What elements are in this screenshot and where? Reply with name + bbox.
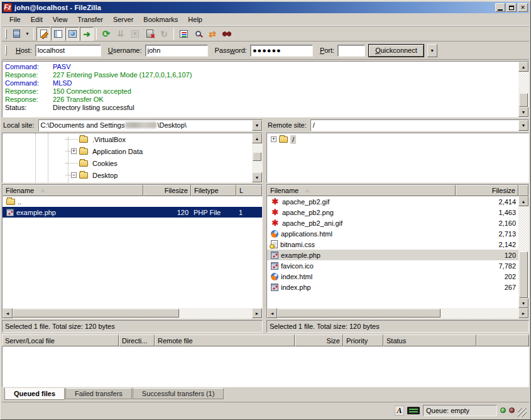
tab-queued-files[interactable]: Queued files bbox=[4, 388, 65, 400]
remote-row[interactable]: ✱apache_pb2.png 1,463 bbox=[267, 207, 518, 218]
column-status[interactable]: Status bbox=[383, 334, 476, 346]
password-input[interactable] bbox=[250, 45, 313, 57]
column-remote-file[interactable]: Remote file bbox=[155, 334, 295, 346]
remote-row[interactable]: ✱apache_pb2_ani.gif 2,160 bbox=[267, 218, 518, 228]
host-input[interactable] bbox=[35, 45, 101, 57]
directory-filters-button[interactable] bbox=[177, 27, 190, 41]
php-file-icon bbox=[6, 209, 14, 216]
scroll-right-icon[interactable]: ► bbox=[518, 308, 528, 318]
scroll-down-icon[interactable]: ▼ bbox=[252, 172, 262, 182]
column-filename[interactable]: Filename bbox=[3, 185, 143, 196]
tab-successful-transfers[interactable]: Successful transfers (1) bbox=[133, 388, 224, 399]
tab-failed-transfers[interactable]: Failed transfers bbox=[65, 388, 132, 399]
maximize-button[interactable] bbox=[506, 3, 517, 12]
menu-edit[interactable]: Edit bbox=[26, 14, 48, 25]
remote-row[interactable]: index.php 267 bbox=[267, 282, 518, 292]
remote-row[interactable]: ✱apache_pb2.gif 2,414 bbox=[267, 196, 518, 207]
tree-item-virtualbox[interactable]: .VirtualBox bbox=[3, 133, 252, 145]
scroll-left-icon[interactable]: ◄ bbox=[3, 308, 13, 318]
toggle-queue-button[interactable]: ➜ bbox=[80, 27, 94, 41]
filezilla-app-icon[interactable]: Fz bbox=[3, 3, 12, 12]
html-file-icon bbox=[271, 273, 278, 280]
scrollbar-thumb[interactable] bbox=[519, 93, 528, 107]
column-filename[interactable]: Filename bbox=[267, 185, 456, 196]
scroll-left-icon[interactable]: ◄ bbox=[267, 308, 277, 318]
queue-body[interactable] bbox=[2, 346, 529, 387]
menu-server[interactable]: Server bbox=[108, 14, 138, 25]
refresh-icon: ⟳ bbox=[102, 29, 111, 38]
local-site-dropdown[interactable]: ▼ bbox=[252, 120, 262, 131]
column-filesize[interactable]: Filesize bbox=[456, 185, 518, 196]
column-filetype[interactable]: Filetype bbox=[191, 185, 236, 196]
tree-item-desktop[interactable]: −Desktop bbox=[3, 169, 252, 181]
quickconnect-grip[interactable] bbox=[5, 45, 7, 55]
tree-item-root[interactable]: + / bbox=[267, 133, 528, 145]
disconnect-button[interactable] bbox=[143, 27, 156, 41]
toggle-local-tree-button[interactable] bbox=[51, 27, 65, 41]
column-filesize[interactable]: Filesize bbox=[143, 185, 191, 196]
remote-site-dropdown[interactable]: ▼ bbox=[518, 120, 528, 131]
local-list-hscrollbar[interactable]: ◄ ► bbox=[3, 308, 262, 318]
column-priority[interactable]: Priority bbox=[343, 334, 383, 346]
remote-row[interactable]: index.html 202 bbox=[267, 271, 518, 282]
scroll-up-icon[interactable]: ▲ bbox=[518, 196, 528, 206]
column-direction[interactable]: Directi... bbox=[119, 334, 155, 346]
synchronized-browsing-button[interactable]: ⇄ bbox=[205, 27, 219, 41]
tree-item-cookies[interactable]: Cookies bbox=[3, 157, 252, 169]
remote-list-scrollbar[interactable]: ▲ ▼ bbox=[518, 196, 528, 308]
toggle-message-log-button[interactable] bbox=[36, 27, 50, 41]
speed-limits-icon[interactable] bbox=[407, 407, 420, 414]
menu-view[interactable]: View bbox=[48, 14, 73, 25]
local-tree-scrollbar[interactable]: ▲ ▼ bbox=[252, 133, 262, 182]
menu-file[interactable]: File bbox=[4, 14, 26, 25]
column-server-local-file[interactable]: Server/Local file bbox=[2, 334, 119, 346]
password-label: Password: bbox=[215, 47, 247, 54]
scrollbar-thumb[interactable] bbox=[13, 309, 179, 318]
username-input[interactable] bbox=[145, 45, 208, 57]
data-type-icon[interactable]: A bbox=[395, 406, 404, 416]
site-manager-button[interactable] bbox=[9, 27, 23, 41]
local-row-parent-dir[interactable]: .. bbox=[3, 196, 262, 207]
remote-row[interactable]: favicon.ico 7,782 bbox=[267, 260, 518, 271]
remote-site-combo[interactable]: / ▼ bbox=[310, 119, 529, 131]
compare-directories-button[interactable] bbox=[191, 27, 205, 41]
log-scrollbar[interactable]: ▲ ▼ bbox=[518, 62, 528, 117]
quickconnect-dropdown[interactable]: ▼ bbox=[427, 44, 437, 57]
php-file-icon bbox=[271, 284, 278, 291]
scroll-up-icon[interactable]: ▲ bbox=[252, 133, 262, 143]
refresh-button[interactable]: ⟳ bbox=[99, 27, 113, 41]
close-button[interactable]: ✕ bbox=[518, 3, 528, 12]
scroll-down-icon[interactable]: ▼ bbox=[518, 298, 528, 308]
remote-row[interactable]: bitnami.css 2,142 bbox=[267, 239, 518, 250]
column-size[interactable]: Size bbox=[295, 334, 343, 346]
expand-icon[interactable]: + bbox=[271, 136, 276, 142]
expand-icon[interactable]: + bbox=[71, 148, 77, 154]
scroll-up-icon[interactable]: ▲ bbox=[518, 62, 528, 72]
title-bar[interactable]: Fz john@localhost - FileZilla ✕ bbox=[2, 2, 529, 13]
remote-list-hscrollbar[interactable]: ◄ ► bbox=[267, 308, 528, 318]
menu-help[interactable]: Help bbox=[183, 14, 207, 25]
remote-row[interactable]: applications.html 2,713 bbox=[267, 228, 518, 239]
collapse-icon[interactable]: − bbox=[71, 172, 77, 178]
resize-grip[interactable] bbox=[518, 408, 527, 417]
site-manager-dropdown[interactable]: ▼ bbox=[24, 27, 31, 41]
scroll-right-icon[interactable]: ► bbox=[252, 308, 262, 318]
toggle-remote-tree-button[interactable] bbox=[65, 27, 79, 41]
local-row-example-php[interactable]: example.php 120 PHP File 1 bbox=[3, 207, 262, 218]
toolbar-grip[interactable] bbox=[5, 29, 7, 39]
quickconnect-button[interactable]: Quickconnect bbox=[368, 44, 424, 57]
scrollbar-thumb[interactable] bbox=[519, 251, 528, 298]
scrollbar-thumb[interactable] bbox=[277, 309, 441, 318]
menu-transfer[interactable]: Transfer bbox=[72, 14, 108, 25]
tree-item-application-data[interactable]: +Application Data bbox=[3, 145, 252, 157]
scrollbar-thumb[interactable] bbox=[253, 152, 261, 161]
menu-bookmarks[interactable]: Bookmarks bbox=[138, 14, 183, 25]
column-last-modified[interactable]: L bbox=[236, 185, 262, 196]
port-input[interactable] bbox=[337, 45, 365, 57]
local-site-combo[interactable]: C:\Documents and Settings\Desktop\ ▼ bbox=[38, 119, 263, 131]
scroll-down-icon[interactable]: ▼ bbox=[518, 107, 528, 117]
reconnect-icon: ↻ bbox=[160, 30, 168, 38]
remote-row-example-php[interactable]: example.php 120 bbox=[267, 250, 518, 260]
minimize-button[interactable] bbox=[495, 3, 505, 12]
find-files-button[interactable] bbox=[220, 27, 234, 41]
